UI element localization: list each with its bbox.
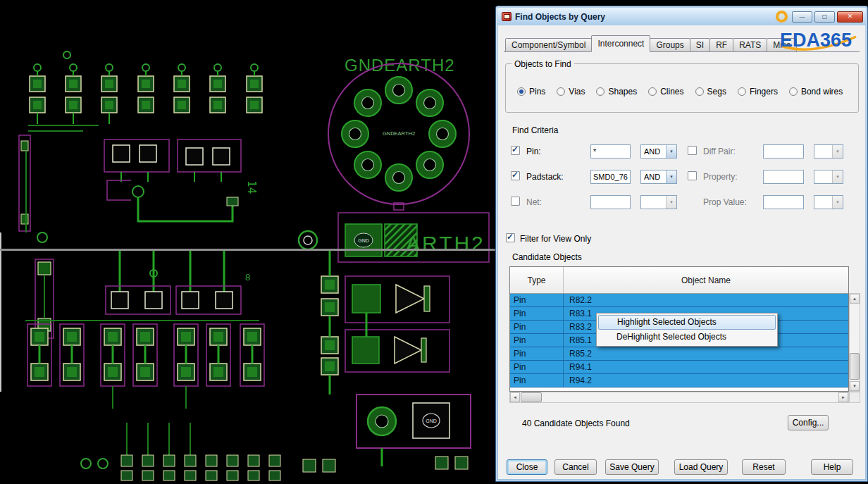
pcb-label-gnd-mid: GND <box>358 238 369 243</box>
candidate-objects-heading: Candidate Objects <box>512 252 582 262</box>
padstack-input[interactable] <box>590 170 631 184</box>
scroll-right-icon: ► <box>841 395 845 399</box>
tab-interconnect[interactable]: Interconnect <box>591 35 650 52</box>
pcb-label-net8: 8 <box>245 272 250 283</box>
reset-button[interactable]: Reset <box>742 459 786 475</box>
find-objects-dialog: Find Objects by Query — ▢ ✕ EDA365 Compo… <box>495 6 868 482</box>
cancel-button[interactable]: Cancel <box>554 459 597 475</box>
chevron-down-icon: ▼ <box>832 170 843 183</box>
scroll-down-icon: ▼ <box>852 384 857 388</box>
pin-checkbox[interactable]: ✓ <box>511 146 520 155</box>
help-button[interactable]: Help <box>811 459 853 475</box>
vertical-scrollbar[interactable]: ▲ ▼ <box>849 293 860 392</box>
table-row[interactable]: PinR85.2 <box>510 347 848 361</box>
radio-segs[interactable]: Segs <box>695 87 726 97</box>
tab-si[interactable]: SI <box>690 38 710 52</box>
padstack-operator-select[interactable]: AND ▼ <box>640 170 677 184</box>
close-window-button[interactable]: ✕ <box>837 11 863 23</box>
config-button[interactable]: Config... <box>788 415 829 430</box>
tab-rf[interactable]: RF <box>709 38 733 52</box>
cell-type: Pin <box>510 294 564 306</box>
cell-object-name: R94.2 <box>564 376 848 385</box>
load-query-button[interactable]: Load Query <box>674 459 728 475</box>
radio-dot <box>648 87 657 96</box>
vertical-scrollbar-thumb[interactable] <box>850 353 860 380</box>
filter-view-only-checkbox[interactable]: ✓ <box>506 233 515 242</box>
net-label: Net: <box>526 197 542 207</box>
objects-to-find-legend: Objects to Find <box>512 59 574 69</box>
menu-item-highlight-selected[interactable]: Highlight Selected Objects <box>598 315 776 330</box>
scroll-right-button[interactable]: ► <box>838 392 848 402</box>
prop-value-operator-select[interactable]: ▼ <box>814 195 843 209</box>
tab-rats[interactable]: RATS <box>733 38 767 52</box>
check-icon: ✓ <box>512 144 519 154</box>
table-row[interactable]: PinR94.2 <box>510 374 848 387</box>
tab-component-symbol[interactable]: Component/Symbol <box>505 38 592 52</box>
radio-vias[interactable]: Vias <box>557 87 585 97</box>
net-checkbox[interactable] <box>511 197 520 206</box>
context-menu: Highlight Selected Objects DeHighlight S… <box>596 313 778 347</box>
close-icon: ✕ <box>848 13 853 20</box>
radio-clines[interactable]: Clines <box>648 87 683 97</box>
cell-type: Pin <box>510 307 564 320</box>
scroll-left-icon: ◄ <box>513 395 517 399</box>
radio-label: Clines <box>660 87 683 97</box>
diff-pair-operator-select[interactable]: ▼ <box>814 144 843 159</box>
radio-pins[interactable]: Pins <box>517 87 545 97</box>
save-query-button[interactable]: Save Query <box>605 459 659 475</box>
menu-item-dehighlight-selected[interactable]: DeHighlight Selected Objects <box>598 330 776 345</box>
cell-object-name: R94.1 <box>564 362 848 372</box>
net-operator-select[interactable]: ▼ <box>640 195 677 209</box>
dialog-titlebar[interactable]: Find Objects by Query — ▢ ✕ <box>497 8 866 25</box>
viewport-divider <box>0 249 499 251</box>
cell-type: Pin <box>510 321 564 333</box>
column-header-object-name[interactable]: Object Name <box>564 267 848 293</box>
check-icon: ✓ <box>507 232 514 242</box>
pin-input[interactable] <box>590 144 631 159</box>
pin-operator-select[interactable]: AND ▼ <box>640 144 677 159</box>
prop-value-input[interactable] <box>763 195 804 209</box>
diff-pair-checkbox[interactable] <box>688 146 697 155</box>
minimize-icon: — <box>800 14 805 20</box>
cell-type: Pin <box>510 347 564 360</box>
radio-label: Vias <box>569 87 585 97</box>
property-checkbox[interactable] <box>688 171 697 180</box>
orange-ring-icon <box>776 11 788 23</box>
maximize-button[interactable]: ▢ <box>814 11 835 23</box>
radio-shapes[interactable]: Shapes <box>596 87 637 97</box>
padstack-label: Padstack: <box>526 172 564 182</box>
padstack-checkbox[interactable]: ✓ <box>511 171 520 180</box>
property-input[interactable] <box>763 170 804 184</box>
pcb-label-net14: 14 <box>245 180 259 194</box>
property-operator-select[interactable]: ▼ <box>814 170 843 184</box>
horizontal-scrollbar[interactable]: ◄ ► <box>509 392 849 403</box>
horizontal-scrollbar-thumb[interactable] <box>521 392 542 402</box>
cell-type: Pin <box>510 334 564 347</box>
close-button[interactable]: Close <box>507 459 547 475</box>
cell-object-name: R82.2 <box>564 295 848 305</box>
scroll-left-button[interactable]: ◄ <box>510 392 520 402</box>
tab-groups[interactable]: Groups <box>650 38 690 52</box>
minimize-button[interactable]: — <box>792 11 812 23</box>
diff-pair-input[interactable] <box>763 144 804 159</box>
filter-view-only-label: Filter for View Only <box>520 234 591 244</box>
pcb-canvas[interactable]: 14 GNDEARTH2 GNDEARTH2 GND ARTH2 <box>0 0 500 484</box>
scroll-up-button[interactable]: ▲ <box>850 294 860 304</box>
screen: 14 GNDEARTH2 GNDEARTH2 GND ARTH2 <box>0 0 868 484</box>
combo-value: AND <box>644 173 660 181</box>
column-header-type[interactable]: Type <box>510 267 564 293</box>
scroll-down-button[interactable]: ▼ <box>850 381 860 391</box>
radio-fingers[interactable]: Fingers <box>738 87 778 97</box>
check-icon: ✓ <box>512 170 519 180</box>
pcb-label-arth2: ARTH2 <box>406 232 485 255</box>
table-row[interactable]: PinR82.2 <box>510 294 848 307</box>
pcb-label-gndearth2-top: GNDEARTH2 <box>345 56 455 75</box>
property-label: Property: <box>703 172 738 182</box>
radio-bond-wires[interactable]: Bond wires <box>789 87 843 97</box>
table-row[interactable]: PinR94.1 <box>510 361 848 374</box>
pcb-label-gndearth2-center: GNDEARTH2 <box>383 130 415 137</box>
radio-label: Shapes <box>608 87 637 97</box>
cell-type: Pin <box>510 374 564 387</box>
maximize-icon: ▢ <box>822 14 828 20</box>
net-input[interactable] <box>590 195 631 209</box>
